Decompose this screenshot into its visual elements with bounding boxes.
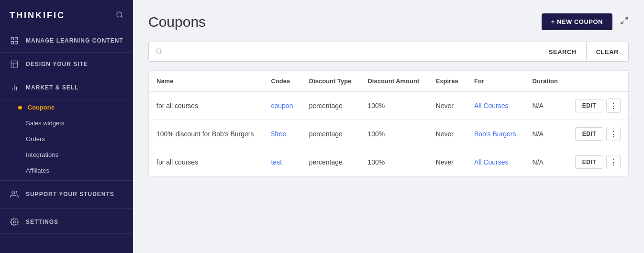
col-header-discount-type: Discount Type <box>301 71 360 92</box>
svg-rect-2 <box>11 37 13 40</box>
cell-actions: EDIT ⋮ <box>566 120 628 148</box>
svg-rect-6 <box>11 61 18 67</box>
col-header-for: For <box>466 71 525 92</box>
sidebar-item-settings[interactable]: SETTINGS <box>0 210 133 234</box>
svg-line-17 <box>160 52 162 54</box>
grid-icon <box>10 36 19 45</box>
sidebar-item-label: MANAGE LEARNING CONTENT <box>26 37 123 44</box>
sidebar-item-support-students[interactable]: SUPPORT YOUR STUDENTS <box>0 183 133 206</box>
sidebar-item-manage-learning[interactable]: MANAGE LEARNING CONTENT <box>0 29 133 53</box>
cell-expires: Never <box>428 92 466 120</box>
svg-rect-4 <box>11 42 13 44</box>
svg-point-16 <box>156 48 161 53</box>
cell-for: All Courses <box>466 92 525 120</box>
cell-discount-amount: 100% <box>360 148 428 176</box>
sidebar-item-label: DESIGN YOUR SITE <box>26 61 88 67</box>
more-options-button[interactable]: ⋮ <box>606 155 621 169</box>
svg-point-12 <box>12 191 15 194</box>
cell-duration: N/A <box>525 92 566 120</box>
cell-discount-amount: 100% <box>360 92 428 120</box>
settings-icon <box>10 217 19 227</box>
search-input[interactable] <box>166 48 532 55</box>
search-icon[interactable] <box>116 11 123 21</box>
svg-point-0 <box>117 12 122 17</box>
sidebar-item-coupons[interactable]: Coupons <box>0 99 133 115</box>
cell-discount-type: percentage <box>301 120 360 148</box>
svg-line-1 <box>121 16 122 18</box>
cell-discount-amount: 100% <box>360 120 428 148</box>
col-header-duration: Duration <box>525 71 566 92</box>
expand-icon[interactable] <box>620 16 629 27</box>
clear-button[interactable]: CLEAR <box>587 42 629 62</box>
col-header-actions <box>566 71 628 92</box>
cell-expires: Never <box>428 120 466 148</box>
cell-code: test <box>263 148 301 176</box>
sidebar-item-label: MARKET & SELL <box>26 84 78 91</box>
logo-text: THINKIFIC <box>10 11 65 21</box>
bar-chart-icon <box>10 83 19 92</box>
svg-point-13 <box>13 221 16 223</box>
cell-code: 5free <box>263 120 301 148</box>
search-bar: SEARCH CLEAR <box>148 42 629 62</box>
cell-code: coupon <box>263 92 301 120</box>
layout-icon <box>10 59 19 69</box>
page-title: Coupons <box>148 14 206 30</box>
sidebar-item-affiliates[interactable]: Affiliates <box>0 163 133 178</box>
main-content: Coupons + NEW COUPON SEARCH CLEAR <box>133 0 644 253</box>
sidebar-item-sales-widgets[interactable]: Sales widgets <box>0 115 133 131</box>
search-icon <box>155 48 162 56</box>
sidebar-item-orders[interactable]: Orders <box>0 131 133 147</box>
cell-name: for all courses <box>149 92 263 120</box>
active-dot <box>18 106 22 110</box>
sidebar-item-integrations[interactable]: Integrations <box>0 147 133 163</box>
sidebar-logo: THINKIFIC <box>0 0 133 29</box>
table-header-row: Name Codes Discount Type Discount Amount… <box>149 71 628 92</box>
more-options-button[interactable]: ⋮ <box>606 127 621 141</box>
table-row: for all courses test percentage 100% Nev… <box>149 148 628 176</box>
svg-line-15 <box>621 22 623 24</box>
cell-for: All Courses <box>466 148 525 176</box>
cell-duration: N/A <box>525 120 566 148</box>
cell-for: Bob's Burgers <box>466 120 525 148</box>
more-options-button[interactable]: ⋮ <box>606 99 621 113</box>
sidebar-item-design-site[interactable]: DESIGN YOUR SITE <box>0 53 133 76</box>
users-icon <box>10 189 19 199</box>
page-header: Coupons + NEW COUPON <box>148 13 629 30</box>
col-header-codes: Codes <box>263 71 301 92</box>
edit-button[interactable]: EDIT <box>575 99 603 112</box>
sidebar: THINKIFIC MANAGE LEARNING CONTENT DESIGN… <box>0 0 133 253</box>
cell-discount-type: percentage <box>301 148 360 176</box>
sidebar-item-label: SUPPORT YOUR STUDENTS <box>26 191 114 198</box>
cell-expires: Never <box>428 148 466 176</box>
sidebar-item-market-sell[interactable]: MARKET & SELL <box>0 76 133 99</box>
sidebar-item-label: SETTINGS <box>26 219 58 225</box>
table-row: for all courses coupon percentage 100% N… <box>149 92 628 120</box>
search-input-wrapper <box>148 42 539 62</box>
col-header-expires: Expires <box>428 71 466 92</box>
edit-button[interactable]: EDIT <box>575 155 603 169</box>
search-button[interactable]: SEARCH <box>539 42 587 62</box>
cell-actions: EDIT ⋮ <box>566 148 628 176</box>
col-header-discount-amount: Discount Amount <box>360 71 428 92</box>
cell-name: 100% discount for Bob's Burgers <box>149 120 263 148</box>
new-coupon-button[interactable]: + NEW COUPON <box>542 13 612 30</box>
table-row: 100% discount for Bob's Burgers 5free pe… <box>149 120 628 148</box>
cell-name: for all courses <box>149 148 263 176</box>
coupons-table: Name Codes Discount Type Discount Amount… <box>148 70 629 176</box>
header-actions: + NEW COUPON <box>542 13 629 30</box>
cell-actions: EDIT ⋮ <box>566 92 628 120</box>
cell-duration: N/A <box>525 148 566 176</box>
svg-line-14 <box>625 17 628 20</box>
cell-discount-type: percentage <box>301 92 360 120</box>
svg-rect-3 <box>15 37 18 40</box>
col-header-name: Name <box>149 71 263 92</box>
edit-button[interactable]: EDIT <box>575 127 603 141</box>
svg-rect-5 <box>15 42 18 44</box>
